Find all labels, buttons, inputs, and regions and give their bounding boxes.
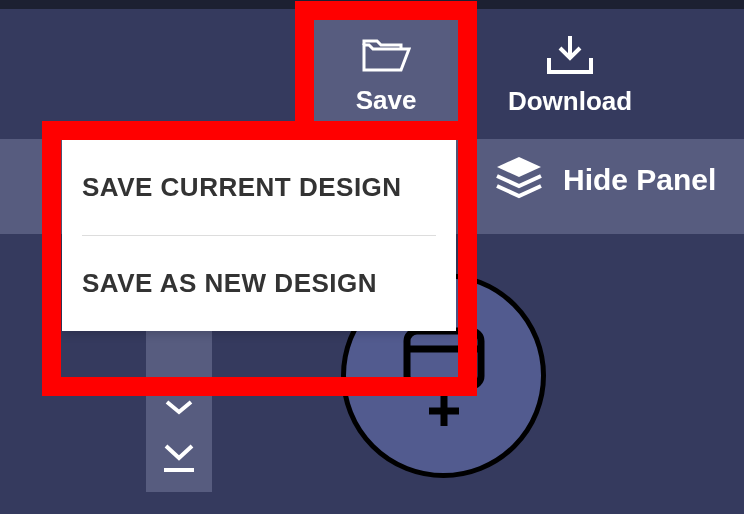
chevron-down-underline-icon[interactable] [160,442,198,480]
annotation-highlight-box [295,121,314,140]
layers-icon [493,155,545,205]
chevron-down-icon[interactable] [163,398,195,422]
download-icon [545,34,595,80]
save-as-new-design-option[interactable]: SAVE AS NEW DESIGN [62,236,456,331]
save-button[interactable]: Save [314,10,458,140]
download-label: Download [508,86,632,117]
download-button[interactable]: Download [490,20,650,130]
hide-panel-label: Hide Panel [563,163,716,197]
save-label: Save [356,85,417,116]
svg-rect-3 [464,336,472,342]
dropdown-item-label: SAVE CURRENT DESIGN [82,172,402,202]
svg-marker-7 [497,157,541,177]
save-current-design-option[interactable]: SAVE CURRENT DESIGN [62,140,456,235]
hide-panel-button[interactable]: Hide Panel [493,155,716,205]
dropdown-item-label: SAVE AS NEW DESIGN [82,268,377,298]
folder-open-icon [361,35,411,79]
save-dropdown-menu: SAVE CURRENT DESIGN SAVE AS NEW DESIGN [62,140,456,331]
top-dark-bar [0,0,744,9]
